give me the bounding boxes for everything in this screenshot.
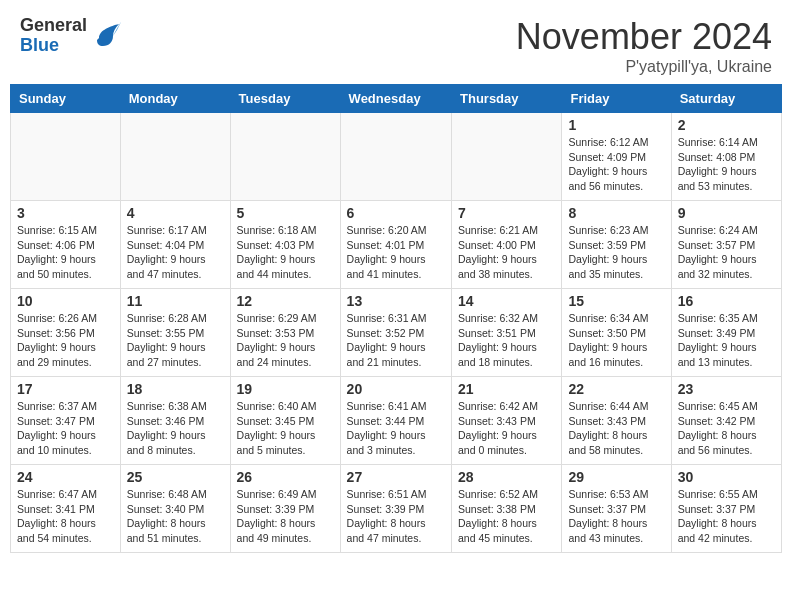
day-number: 13 [347, 293, 445, 309]
day-cell [230, 113, 340, 201]
day-number: 11 [127, 293, 224, 309]
day-number: 28 [458, 469, 555, 485]
title-area: November 2024 P'yatypill'ya, Ukraine [516, 16, 772, 76]
day-cell: 19Sunrise: 6:40 AM Sunset: 3:45 PM Dayli… [230, 377, 340, 465]
logo-icon [91, 18, 123, 54]
day-number: 17 [17, 381, 114, 397]
day-cell: 14Sunrise: 6:32 AM Sunset: 3:51 PM Dayli… [452, 289, 562, 377]
day-number: 15 [568, 293, 664, 309]
day-info: Sunrise: 6:28 AM Sunset: 3:55 PM Dayligh… [127, 311, 224, 370]
header-thursday: Thursday [452, 85, 562, 113]
day-cell: 1Sunrise: 6:12 AM Sunset: 4:09 PM Daylig… [562, 113, 671, 201]
day-info: Sunrise: 6:31 AM Sunset: 3:52 PM Dayligh… [347, 311, 445, 370]
day-number: 27 [347, 469, 445, 485]
day-cell [120, 113, 230, 201]
day-info: Sunrise: 6:29 AM Sunset: 3:53 PM Dayligh… [237, 311, 334, 370]
header-monday: Monday [120, 85, 230, 113]
day-cell: 17Sunrise: 6:37 AM Sunset: 3:47 PM Dayli… [11, 377, 121, 465]
day-info: Sunrise: 6:14 AM Sunset: 4:08 PM Dayligh… [678, 135, 775, 194]
day-cell: 27Sunrise: 6:51 AM Sunset: 3:39 PM Dayli… [340, 465, 451, 553]
day-info: Sunrise: 6:26 AM Sunset: 3:56 PM Dayligh… [17, 311, 114, 370]
calendar-week-2: 10Sunrise: 6:26 AM Sunset: 3:56 PM Dayli… [11, 289, 782, 377]
day-cell: 28Sunrise: 6:52 AM Sunset: 3:38 PM Dayli… [452, 465, 562, 553]
day-info: Sunrise: 6:55 AM Sunset: 3:37 PM Dayligh… [678, 487, 775, 546]
day-cell: 11Sunrise: 6:28 AM Sunset: 3:55 PM Dayli… [120, 289, 230, 377]
day-number: 4 [127, 205, 224, 221]
day-number: 20 [347, 381, 445, 397]
day-info: Sunrise: 6:32 AM Sunset: 3:51 PM Dayligh… [458, 311, 555, 370]
day-number: 6 [347, 205, 445, 221]
day-info: Sunrise: 6:41 AM Sunset: 3:44 PM Dayligh… [347, 399, 445, 458]
day-info: Sunrise: 6:49 AM Sunset: 3:39 PM Dayligh… [237, 487, 334, 546]
day-info: Sunrise: 6:23 AM Sunset: 3:59 PM Dayligh… [568, 223, 664, 282]
calendar-wrapper: Sunday Monday Tuesday Wednesday Thursday… [0, 84, 792, 563]
calendar-week-0: 1Sunrise: 6:12 AM Sunset: 4:09 PM Daylig… [11, 113, 782, 201]
day-cell: 29Sunrise: 6:53 AM Sunset: 3:37 PM Dayli… [562, 465, 671, 553]
day-info: Sunrise: 6:37 AM Sunset: 3:47 PM Dayligh… [17, 399, 114, 458]
header-sunday: Sunday [11, 85, 121, 113]
day-number: 19 [237, 381, 334, 397]
header-wednesday: Wednesday [340, 85, 451, 113]
day-number: 26 [237, 469, 334, 485]
day-cell: 30Sunrise: 6:55 AM Sunset: 3:37 PM Dayli… [671, 465, 781, 553]
day-cell: 25Sunrise: 6:48 AM Sunset: 3:40 PM Dayli… [120, 465, 230, 553]
day-number: 18 [127, 381, 224, 397]
day-number: 22 [568, 381, 664, 397]
day-cell: 9Sunrise: 6:24 AM Sunset: 3:57 PM Daylig… [671, 201, 781, 289]
day-cell: 10Sunrise: 6:26 AM Sunset: 3:56 PM Dayli… [11, 289, 121, 377]
day-cell: 4Sunrise: 6:17 AM Sunset: 4:04 PM Daylig… [120, 201, 230, 289]
month-title: November 2024 [516, 16, 772, 58]
day-info: Sunrise: 6:12 AM Sunset: 4:09 PM Dayligh… [568, 135, 664, 194]
header-tuesday: Tuesday [230, 85, 340, 113]
day-number: 5 [237, 205, 334, 221]
day-info: Sunrise: 6:21 AM Sunset: 4:00 PM Dayligh… [458, 223, 555, 282]
page-header: General Blue November 2024 P'yatypill'ya… [0, 0, 792, 84]
day-cell: 22Sunrise: 6:44 AM Sunset: 3:43 PM Dayli… [562, 377, 671, 465]
day-cell [452, 113, 562, 201]
logo-general: General [20, 16, 87, 36]
location: P'yatypill'ya, Ukraine [516, 58, 772, 76]
day-cell: 8Sunrise: 6:23 AM Sunset: 3:59 PM Daylig… [562, 201, 671, 289]
day-number: 3 [17, 205, 114, 221]
day-number: 9 [678, 205, 775, 221]
day-number: 1 [568, 117, 664, 133]
day-number: 24 [17, 469, 114, 485]
day-cell: 3Sunrise: 6:15 AM Sunset: 4:06 PM Daylig… [11, 201, 121, 289]
day-number: 2 [678, 117, 775, 133]
day-cell: 15Sunrise: 6:34 AM Sunset: 3:50 PM Dayli… [562, 289, 671, 377]
day-info: Sunrise: 6:51 AM Sunset: 3:39 PM Dayligh… [347, 487, 445, 546]
day-number: 10 [17, 293, 114, 309]
day-cell: 2Sunrise: 6:14 AM Sunset: 4:08 PM Daylig… [671, 113, 781, 201]
day-info: Sunrise: 6:34 AM Sunset: 3:50 PM Dayligh… [568, 311, 664, 370]
day-cell: 20Sunrise: 6:41 AM Sunset: 3:44 PM Dayli… [340, 377, 451, 465]
day-number: 12 [237, 293, 334, 309]
day-cell: 24Sunrise: 6:47 AM Sunset: 3:41 PM Dayli… [11, 465, 121, 553]
day-cell: 18Sunrise: 6:38 AM Sunset: 3:46 PM Dayli… [120, 377, 230, 465]
day-info: Sunrise: 6:18 AM Sunset: 4:03 PM Dayligh… [237, 223, 334, 282]
day-info: Sunrise: 6:38 AM Sunset: 3:46 PM Dayligh… [127, 399, 224, 458]
day-number: 25 [127, 469, 224, 485]
day-number: 21 [458, 381, 555, 397]
day-info: Sunrise: 6:17 AM Sunset: 4:04 PM Dayligh… [127, 223, 224, 282]
calendar-header-row: Sunday Monday Tuesday Wednesday Thursday… [11, 85, 782, 113]
day-cell [11, 113, 121, 201]
day-cell: 6Sunrise: 6:20 AM Sunset: 4:01 PM Daylig… [340, 201, 451, 289]
day-cell: 5Sunrise: 6:18 AM Sunset: 4:03 PM Daylig… [230, 201, 340, 289]
day-cell: 26Sunrise: 6:49 AM Sunset: 3:39 PM Dayli… [230, 465, 340, 553]
logo-blue: Blue [20, 36, 87, 56]
day-info: Sunrise: 6:15 AM Sunset: 4:06 PM Dayligh… [17, 223, 114, 282]
calendar-week-1: 3Sunrise: 6:15 AM Sunset: 4:06 PM Daylig… [11, 201, 782, 289]
logo-text: General Blue [20, 16, 87, 56]
day-number: 29 [568, 469, 664, 485]
calendar: Sunday Monday Tuesday Wednesday Thursday… [10, 84, 782, 553]
day-info: Sunrise: 6:20 AM Sunset: 4:01 PM Dayligh… [347, 223, 445, 282]
day-info: Sunrise: 6:48 AM Sunset: 3:40 PM Dayligh… [127, 487, 224, 546]
day-info: Sunrise: 6:35 AM Sunset: 3:49 PM Dayligh… [678, 311, 775, 370]
day-number: 14 [458, 293, 555, 309]
day-info: Sunrise: 6:42 AM Sunset: 3:43 PM Dayligh… [458, 399, 555, 458]
calendar-week-4: 24Sunrise: 6:47 AM Sunset: 3:41 PM Dayli… [11, 465, 782, 553]
day-cell: 7Sunrise: 6:21 AM Sunset: 4:00 PM Daylig… [452, 201, 562, 289]
day-cell: 12Sunrise: 6:29 AM Sunset: 3:53 PM Dayli… [230, 289, 340, 377]
day-number: 8 [568, 205, 664, 221]
day-info: Sunrise: 6:40 AM Sunset: 3:45 PM Dayligh… [237, 399, 334, 458]
